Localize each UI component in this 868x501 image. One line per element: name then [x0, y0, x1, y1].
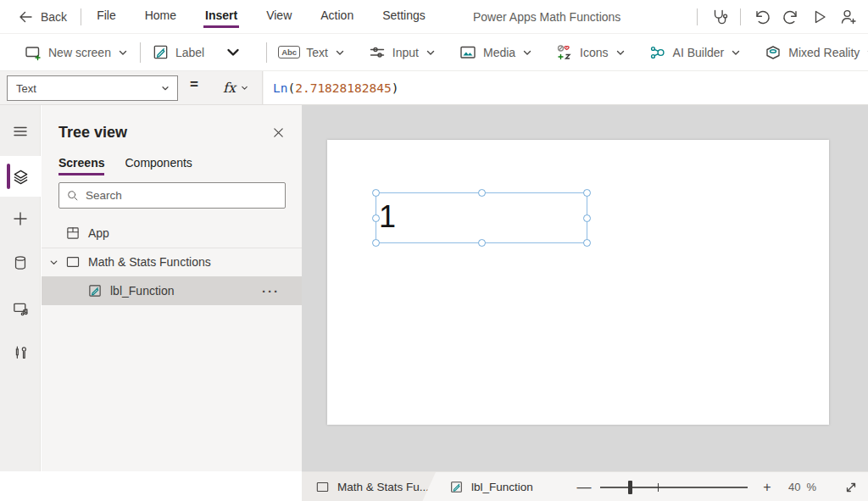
menu-settings[interactable]: Settings — [381, 5, 427, 28]
media-rail-button[interactable] — [0, 290, 41, 327]
close-icon — [272, 126, 285, 139]
more-actions-button[interactable]: ··· — [262, 284, 280, 298]
chevron-down-icon — [425, 47, 437, 58]
main-area: Tree view Screens Components — [0, 105, 868, 471]
label-label: Label — [175, 46, 204, 59]
mixed-reality-label: Mixed Reality — [788, 46, 860, 59]
ribbon-divider — [140, 42, 141, 63]
text-label: Text — [306, 46, 328, 59]
breadcrumb-screen-label: Math & Stats Fu... — [337, 481, 429, 493]
media-image-icon — [459, 43, 477, 62]
menu-file[interactable]: File — [95, 5, 118, 28]
play-preview-button[interactable] — [805, 0, 834, 34]
tree-item-control-selected[interactable]: lbl_Function ··· — [42, 276, 302, 305]
zoom-out-button[interactable]: — — [571, 472, 597, 501]
panel-title: Tree view — [58, 124, 127, 142]
zoom-slider[interactable] — [600, 487, 748, 488]
close-panel-button[interactable] — [270, 124, 287, 141]
expand-diagonal-icon — [843, 480, 859, 495]
screen-artboard[interactable]: 1 — [327, 140, 829, 425]
fit-to-window-button[interactable] — [836, 472, 866, 501]
menu-action[interactable]: Action — [319, 5, 355, 28]
resize-handle-s[interactable] — [478, 239, 486, 247]
search-icon — [66, 189, 79, 202]
ai-builder-icon — [648, 43, 667, 62]
app-grid-icon — [65, 225, 81, 241]
tree-item-app[interactable]: App — [42, 220, 302, 246]
menu-view[interactable]: View — [264, 5, 293, 28]
property-selected-value: Text — [16, 82, 36, 95]
input-menu-button[interactable]: Input — [368, 43, 437, 62]
resize-handle-e[interactable] — [583, 214, 591, 222]
resize-handle-ne[interactable] — [583, 189, 591, 197]
insert-rail-button[interactable] — [0, 200, 41, 237]
tree-item-label: App — [88, 226, 109, 240]
chevron-down-icon — [521, 47, 533, 58]
data-rail-button[interactable] — [0, 244, 41, 281]
zoom-in-button[interactable]: + — [754, 472, 780, 501]
resize-handle-se[interactable] — [583, 239, 591, 247]
fx-dropdown[interactable]: fx — [210, 71, 263, 104]
advanced-tools-rail-button[interactable] — [0, 334, 41, 371]
search-input[interactable] — [86, 189, 278, 202]
formula-close-paren: ) — [392, 81, 399, 95]
top-actions — [690, 0, 868, 34]
new-screen-button[interactable]: New screen — [24, 43, 129, 62]
text-menu-button[interactable]: Abc Text — [278, 46, 346, 59]
property-dropdown[interactable]: Text — [7, 75, 178, 101]
label-pencil-icon — [152, 43, 170, 61]
screen-icon — [315, 480, 330, 494]
chevron-down-big-icon — [225, 44, 242, 61]
resize-handle-n[interactable] — [478, 189, 486, 197]
zoom-slider-thumb[interactable] — [628, 481, 632, 494]
icons-menu-button[interactable]: Icons — [555, 43, 626, 62]
label-expand-button[interactable] — [225, 44, 242, 61]
back-button[interactable]: Back — [17, 8, 67, 25]
back-arrow-icon — [17, 8, 34, 25]
tab-components[interactable]: Components — [125, 156, 192, 175]
label-text-value: 1 — [379, 198, 396, 235]
media-label: Media — [483, 46, 515, 59]
resize-handle-nw[interactable] — [372, 189, 380, 197]
tree-search-box[interactable] — [58, 182, 286, 209]
chevron-down-icon — [240, 83, 249, 92]
tree-item-screen[interactable]: Math & Stats Functions — [42, 248, 302, 276]
breadcrumb-screen[interactable]: Math & Stats Fu... — [302, 472, 436, 501]
new-screen-icon — [24, 43, 42, 62]
tab-screens[interactable]: Screens — [58, 156, 104, 175]
label-button[interactable]: Label — [152, 43, 204, 61]
app-checker-button[interactable] — [704, 0, 733, 34]
tree-item-label: lbl_Function — [110, 284, 175, 298]
ai-builder-menu-button[interactable]: AI Builder — [648, 43, 743, 62]
panel-tabs: Screens Components — [58, 156, 192, 175]
person-add-icon — [839, 8, 858, 26]
share-button[interactable] — [834, 0, 863, 34]
chevron-down-icon — [334, 47, 346, 58]
tree-view-rail-button[interactable] — [0, 156, 41, 197]
chevron-expanded-icon — [48, 257, 59, 268]
hamburger-icon — [12, 123, 29, 140]
resize-handle-sw[interactable] — [372, 239, 380, 247]
media-screen-music-icon — [12, 300, 30, 318]
redo-button[interactable] — [776, 0, 805, 34]
formula-bar: Text = fx Ln(2.71828182845) — [0, 71, 868, 105]
menu-insert[interactable]: Insert — [203, 5, 239, 28]
formula-function-token: Ln — [273, 81, 287, 95]
redo-icon — [782, 8, 800, 26]
menu-home[interactable]: Home — [143, 5, 178, 28]
undo-button[interactable] — [748, 0, 776, 34]
top-divider — [697, 8, 698, 25]
zoom-value: 40 — [788, 481, 800, 493]
status-bar: Math & Stats Fu... lbl_Function — + 40 % — [302, 471, 868, 501]
formula-input[interactable]: Ln(2.71828182845) — [264, 71, 868, 104]
screen-icon — [65, 254, 81, 270]
media-menu-button[interactable]: Media — [459, 43, 533, 62]
resize-handle-w[interactable] — [372, 214, 380, 222]
menu-divider — [81, 8, 81, 25]
breadcrumb-control[interactable]: lbl_Function — [449, 472, 533, 501]
mixed-reality-menu-button[interactable]: Mixed Reality — [764, 43, 868, 62]
back-label: Back — [41, 10, 67, 24]
selected-label-control[interactable]: 1 — [376, 192, 587, 243]
label-pencil-icon — [87, 283, 103, 298]
collapse-nav-button[interactable] — [0, 113, 41, 150]
